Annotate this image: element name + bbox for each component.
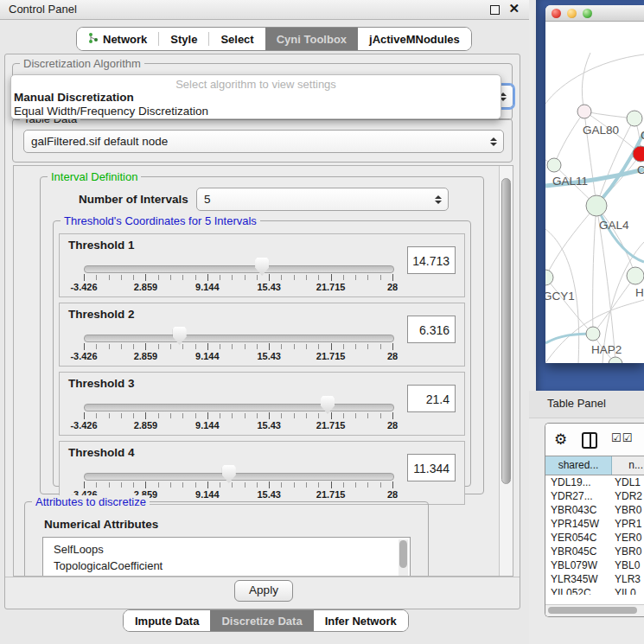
- network-node-label: HAP2: [591, 343, 622, 356]
- table-rows: YDL19...YDL1YDR27...YDR2YBR043CYBR0YPR14…: [545, 475, 644, 595]
- network-view-window[interactable]: GAL80GACGAL11GAL4GCY1HHAP2: [545, 5, 644, 363]
- slider-major-ticks: [84, 481, 393, 488]
- column-header-shared-name[interactable]: shared...: [545, 456, 612, 475]
- network-node-label: C: [637, 163, 644, 176]
- tick-label: 15.43: [257, 420, 281, 430]
- select-columns-icon[interactable]: ☑☑: [611, 431, 633, 444]
- close-traffic-light-icon[interactable]: [552, 9, 561, 18]
- network-graph[interactable]: GAL80GACGAL11GAL4GCY1HHAP2: [545, 22, 644, 363]
- minimize-traffic-light-icon[interactable]: [567, 9, 577, 18]
- right-region: GAL80GACGAL11GAL4GCY1HHAP2 Table Panel ⚙…: [529, 0, 644, 644]
- slider-major-ticks: [84, 412, 393, 419]
- tab-infer-network[interactable]: Infer Network: [314, 610, 408, 631]
- network-node-label: GCY1: [545, 290, 575, 303]
- split-columns-icon[interactable]: [582, 432, 597, 449]
- network-edge: [545, 277, 593, 334]
- float-window-icon[interactable]: [490, 5, 500, 15]
- table-row[interactable]: YBL079WYBL0: [545, 558, 644, 572]
- tab-network-label: Network: [103, 33, 147, 46]
- network-node-label: GAL4: [599, 219, 629, 232]
- network-node[interactable]: [545, 270, 553, 285]
- tick-label: 21.715: [316, 282, 346, 292]
- table-toolbar: ⚙ ☑☑: [545, 424, 644, 456]
- intervals-value: 5: [204, 193, 211, 206]
- network-node[interactable]: [627, 111, 642, 126]
- tick-label: 28: [387, 420, 398, 430]
- numerical-attributes-list[interactable]: SelfLoopsTopologicalCoefficientBetweenne…: [42, 537, 411, 577]
- network-node[interactable]: [627, 267, 644, 284]
- cell-shared-name: YIL052C: [545, 586, 613, 595]
- table-row[interactable]: YBR043CYBR0: [545, 503, 644, 517]
- cell-name: YIL0: [613, 586, 644, 595]
- tick-label: 15.43: [257, 489, 281, 500]
- network-node[interactable]: [633, 146, 644, 162]
- table-row[interactable]: YIL052CYIL0: [545, 586, 644, 595]
- group-title: Interval Definition: [48, 170, 141, 183]
- network-window-titlebar: [545, 5, 644, 22]
- group-title: Threshold's Coordinates for 5 Intervals: [61, 214, 260, 227]
- zoom-traffic-light-icon[interactable]: [583, 9, 592, 18]
- network-node[interactable]: [577, 105, 591, 118]
- table-row[interactable]: YBR045CYBR0: [545, 545, 644, 558]
- threshold-value-field[interactable]: 21.4: [407, 385, 456, 412]
- table-row[interactable]: YLR345WYLR3: [545, 572, 644, 586]
- network-edge: [593, 206, 596, 334]
- thresholds-group: Threshold's Coordinates for 5 Intervals …: [53, 220, 471, 487]
- slider-track[interactable]: [84, 404, 394, 411]
- tab-discretize-data[interactable]: Discretize Data: [210, 610, 313, 631]
- attribute-list-item[interactable]: SelfLoops: [54, 541, 410, 558]
- table-data-group: Table Data galFiltered.sif default node: [12, 118, 513, 163]
- slider-track[interactable]: [84, 335, 394, 342]
- slider-track[interactable]: [84, 473, 394, 481]
- table-row[interactable]: YPR145WYPR1: [545, 517, 644, 531]
- table-horizontal-scrollbar[interactable]: [545, 604, 644, 616]
- table-panel-body: ⚙ ☑☑ shared... n... YDL19...YDL1YDR27...…: [529, 418, 644, 644]
- settings-vertical-scrollbar[interactable]: [499, 166, 513, 576]
- network-node[interactable]: [586, 195, 607, 216]
- tab-style[interactable]: Style: [159, 28, 208, 50]
- combo-arrows-icon: [490, 131, 497, 152]
- list-scrollbar[interactable]: [399, 539, 408, 577]
- tab-select[interactable]: Select: [209, 28, 265, 50]
- attributes-group: Attributes to discretize Numerical Attri…: [24, 501, 429, 577]
- network-node[interactable]: [547, 158, 561, 172]
- tab-jactivemnodules[interactable]: jActiveMNodules: [358, 28, 471, 50]
- table-row[interactable]: YDR27...YDR2: [545, 489, 644, 503]
- tab-cyni-toolbox[interactable]: Cyni Toolbox: [265, 28, 358, 50]
- table-row[interactable]: YDL19...YDL1: [545, 475, 644, 489]
- dropdown-option-manual[interactable]: Manual Discretization: [11, 91, 501, 105]
- tab-impute-data[interactable]: Impute Data: [124, 610, 210, 631]
- cell-shared-name: YPR145W: [545, 517, 613, 531]
- column-header-name[interactable]: n...: [612, 456, 644, 475]
- table-row[interactable]: YER054CYER0: [545, 531, 644, 545]
- threshold-panel: Threshold 1-3.4262.8599.14415.4321.71528…: [59, 233, 465, 297]
- tick-label: -3.426: [70, 420, 97, 430]
- apply-button[interactable]: Apply: [234, 580, 293, 602]
- dropdown-hint: Select algorithm to view settings: [11, 78, 501, 91]
- tick-label: 15.43: [257, 282, 281, 292]
- combo-arrows-icon: [435, 188, 442, 210]
- dropdown-option-equal-width[interactable]: Equal Width/Frequency Discretization: [11, 105, 501, 118]
- tick-label: 2.859: [134, 282, 158, 292]
- threshold-value-field[interactable]: 6.316: [407, 316, 456, 343]
- threshold-value-field[interactable]: 11.344: [407, 454, 456, 481]
- network-node[interactable]: [586, 327, 600, 341]
- attribute-list-item[interactable]: TopologicalCoefficient: [54, 558, 410, 574]
- tick-label: 2.859: [134, 351, 158, 361]
- close-icon[interactable]: ✕: [508, 1, 520, 16]
- tick-label: 9.144: [195, 420, 220, 430]
- number-of-intervals-label: Number of Intervals: [79, 193, 188, 206]
- threshold-value-field[interactable]: 14.713: [407, 246, 456, 274]
- tick-label: 9.144: [195, 489, 220, 500]
- bottom-tabset: Impute Data Discretize Data Infer Networ…: [123, 609, 409, 632]
- slider-track[interactable]: [84, 265, 394, 273]
- cell-shared-name: YDR27...: [545, 489, 613, 503]
- table-data-combobox[interactable]: galFiltered.sif default node: [23, 130, 504, 153]
- tab-network[interactable]: Network: [77, 28, 158, 50]
- network-edge: [545, 54, 644, 104]
- settings-scrollpane: Interval Definition Number of Intervals …: [13, 165, 513, 577]
- gear-icon[interactable]: ⚙: [554, 430, 567, 449]
- table-panel-title: Table Panel: [547, 397, 606, 410]
- network-edge: [582, 53, 590, 112]
- number-of-intervals-combobox[interactable]: 5: [196, 188, 449, 211]
